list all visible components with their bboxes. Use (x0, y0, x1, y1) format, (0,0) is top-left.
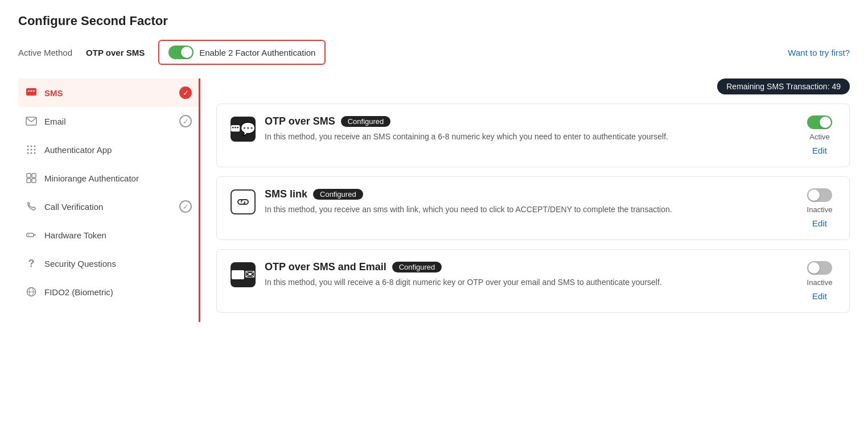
sms-link-right: Inactive Edit (792, 188, 838, 228)
svg-point-26 (235, 127, 236, 129)
sidebar-authenticator-label: Authenticator App (44, 145, 192, 155)
header-row: Active Method OTP over SMS Enable 2 Fact… (18, 40, 850, 65)
otp-sms-desc: In this method, you receive an SMS conta… (265, 131, 792, 143)
sidebar-call-label: Call Verification (44, 202, 172, 212)
want-to-try-link[interactable]: Want to try first? (788, 48, 850, 57)
main-layout: SMS ✓ Email ✓ (18, 79, 850, 322)
otp-sms-icon: 💬 (231, 117, 256, 142)
otp-sms-email-toggle[interactable] (807, 261, 832, 275)
method-card-otp-sms-email: ✉ OTP over SMS and Email Configured In t… (216, 249, 850, 313)
otp-sms-toggle[interactable] (807, 115, 832, 129)
svg-rect-14 (27, 174, 31, 177)
enable-2fa-toggle[interactable] (168, 46, 194, 59)
page-container: Configure Second Factor Active Method OT… (0, 0, 868, 442)
otp-sms-badge: Configured (341, 116, 391, 127)
sms-link-badge: Configured (313, 189, 363, 200)
otp-sms-email-edit-link[interactable]: Edit (812, 291, 827, 301)
method-card-left-otp-sms-email: ✉ OTP over SMS and Email Configured In t… (231, 261, 792, 288)
sms-remaining-container: Remaining SMS Transaction: 49 (216, 79, 850, 94)
svg-point-27 (237, 127, 238, 129)
svg-rect-20 (34, 234, 36, 236)
active-method-label: Active Method (18, 48, 72, 57)
sidebar-security-label: Security Questions (44, 259, 192, 268)
sms-icon (25, 86, 38, 99)
otp-sms-email-status: Inactive (807, 278, 833, 287)
sms-link-title: SMS link (265, 188, 307, 200)
sms-link-desc: In this method, you receive an sms with … (265, 204, 792, 216)
svg-point-6 (31, 146, 32, 147)
otp-sms-info: OTP over SMS Configured In this method, … (265, 115, 792, 143)
sidebar: SMS ✓ Email ✓ (18, 79, 200, 322)
sidebar-item-authenticator-app[interactable]: Authenticator App (18, 135, 199, 164)
sidebar-sms-label: SMS (44, 88, 172, 98)
hardware-icon (25, 229, 38, 241)
toggle-label: Enable 2 Factor Authentication (199, 48, 315, 57)
otp-sms-email-toggle-thumb (808, 262, 820, 274)
toggle-box: Enable 2 Factor Authentication (158, 40, 326, 65)
toggle-thumb (181, 47, 192, 58)
otp-sms-right: Active Edit (792, 115, 838, 155)
call-icon (25, 200, 38, 213)
otp-sms-email-title-row: OTP over SMS and Email Configured (265, 261, 792, 273)
svg-point-8 (27, 149, 29, 151)
otp-sms-email-icon: ✉ (231, 262, 256, 287)
svg-rect-0 (26, 88, 36, 96)
otp-sms-email-info: OTP over SMS and Email Configured In thi… (265, 261, 792, 288)
svg-rect-29 (232, 270, 244, 279)
content-area: Remaining SMS Transaction: 49 💬 (200, 79, 850, 322)
otp-sms-email-right: Inactive Edit (792, 261, 838, 301)
svg-point-7 (34, 146, 36, 147)
svg-rect-24 (231, 125, 240, 131)
sidebar-email-label: Email (44, 117, 172, 126)
svg-rect-16 (27, 179, 31, 183)
sidebar-item-email[interactable]: Email ✓ (18, 107, 199, 135)
svg-rect-2 (31, 90, 32, 92)
authenticator-icon (25, 143, 38, 156)
svg-rect-3 (33, 90, 35, 92)
svg-point-13 (34, 152, 36, 154)
sidebar-item-hardware-token[interactable]: Hardware Token (18, 221, 199, 249)
svg-point-12 (31, 152, 32, 154)
svg-rect-15 (32, 174, 36, 177)
otp-sms-toggle-thumb (820, 117, 831, 128)
otp-sms-email-desc: In this method, you will receive a 6-8 d… (265, 276, 792, 288)
sms-check-icon: ✓ (179, 86, 192, 99)
svg-point-25 (232, 127, 234, 129)
security-questions-icon: ? (25, 257, 38, 270)
otp-sms-title: OTP over SMS (265, 115, 335, 127)
sidebar-fido2-label: FIDO2 (Biometric) (44, 287, 192, 297)
sms-link-toggle-thumb (808, 189, 820, 201)
call-check-icon: ✓ (179, 200, 192, 213)
sidebar-miniorange-label: Miniorange Authenticator (44, 174, 192, 183)
sidebar-hardware-label: Hardware Token (44, 230, 192, 240)
otp-sms-title-row: OTP over SMS Configured (265, 115, 792, 127)
email-check-icon: ✓ (179, 115, 192, 127)
otp-sms-edit-link[interactable]: Edit (812, 146, 827, 155)
svg-point-10 (34, 149, 36, 151)
sms-link-info: SMS link Configured In this method, you … (265, 188, 792, 216)
sidebar-item-miniorange[interactable]: Miniorange Authenticator (18, 164, 199, 192)
method-card-left-otp-sms: 💬 OTP over SMS Configured In this method… (231, 115, 792, 143)
svg-rect-1 (28, 90, 30, 92)
sidebar-item-call-verification[interactable]: Call Verification ✓ (18, 192, 199, 221)
sidebar-item-sms[interactable]: SMS ✓ (18, 79, 199, 107)
sms-link-toggle[interactable] (807, 188, 832, 202)
email-icon (25, 115, 38, 127)
svg-rect-4 (26, 117, 36, 125)
method-card-otp-sms: 💬 OTP over SMS Configured In this method… (216, 104, 850, 167)
sidebar-item-fido2[interactable]: FIDO2 (Biometric) (18, 278, 199, 306)
sms-link-edit-link[interactable]: Edit (812, 218, 827, 228)
sms-link-title-row: SMS link Configured (265, 188, 792, 200)
sidebar-item-security-questions[interactable]: ? Security Questions (18, 249, 199, 278)
active-method-value: OTP over SMS (86, 48, 145, 57)
svg-rect-17 (32, 179, 36, 183)
sms-link-status: Inactive (807, 205, 833, 214)
svg-point-9 (31, 149, 32, 151)
method-card-left-sms-link: SMS link Configured In this method, you … (231, 188, 792, 216)
otp-sms-email-badge: Configured (392, 262, 442, 272)
sms-remaining-badge: Remaining SMS Transaction: 49 (717, 79, 850, 94)
otp-sms-status: Active (809, 133, 829, 141)
page-title: Configure Second Factor (18, 14, 850, 28)
fido2-icon (25, 286, 38, 298)
svg-rect-18 (27, 233, 34, 237)
